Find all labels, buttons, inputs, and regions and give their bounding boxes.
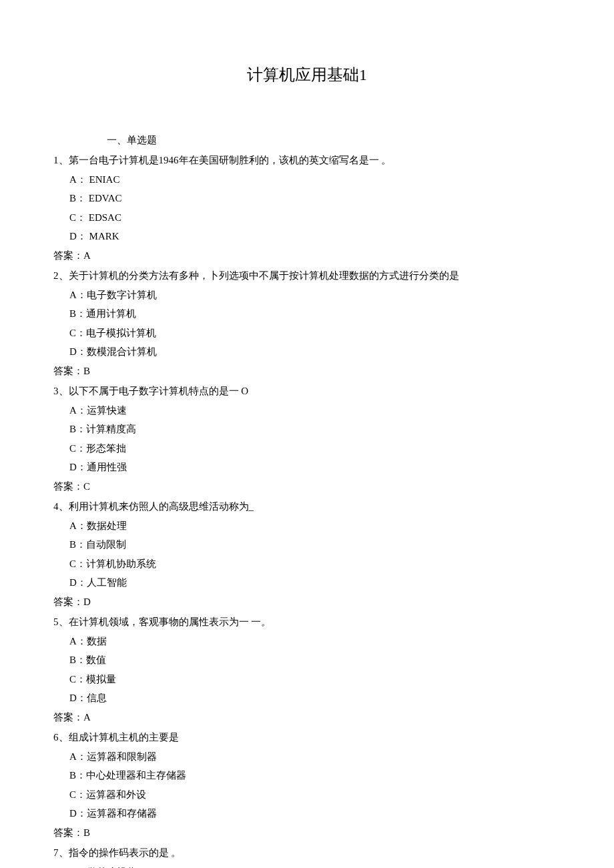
question-option: D： MARK [53, 227, 561, 246]
question-option: A：电子数字计算机 [53, 286, 561, 305]
question-text: 4、利用计算机来仿照人的高级思维活动称为_ [53, 497, 561, 516]
question-text: 6、组成计算机主机的主要是 [53, 728, 561, 747]
question-block: 2、关于计算机的分类方法有多种，卜列选项中不属于按计算机处理数据的方式进行分类的… [53, 266, 561, 380]
questions-container: 1、第一台电子计算机是1946年在美国研制胜利的，该机的英文缩写名是一 。A： … [53, 151, 561, 868]
question-text: 7、指令的操作码表示的是 。 [53, 843, 561, 863]
question-option: B：自动限制 [53, 535, 561, 554]
question-answer: 答案：B [53, 823, 561, 843]
question-option: A：运算快速 [53, 401, 561, 420]
question-option: B：中心处理器和主存储器 [53, 766, 561, 785]
question-option: C： EDSAC [53, 208, 561, 228]
question-option: C：形态笨拙 [53, 439, 561, 458]
question-text: 1、第一台电子计算机是1946年在美国研制胜利的，该机的英文缩写名是一 。 [53, 151, 561, 170]
question-answer: 答案：D [53, 592, 561, 612]
question-answer: 答案：A [53, 708, 561, 727]
question-text: 5、在计算机领域，客观事物的属性表示为一 一。 [53, 612, 561, 632]
question-block: 7、指令的操作码表示的是 。A：做什么操作 [53, 843, 561, 868]
question-option: A：数据 [53, 632, 561, 651]
question-option: A： ENIAC [53, 170, 561, 189]
question-option: D：运算器和存储器 [53, 804, 561, 823]
question-answer: 答案：A [53, 246, 561, 266]
question-option: A：做什么操作 [53, 863, 561, 868]
question-block: 3、以下不属于电子数字计算机特点的是一 OA：运算快速B：计算精度高C：形态笨拙… [53, 382, 561, 496]
question-option: B：计算精度高 [53, 420, 561, 439]
question-option: C：计算机协助系统 [53, 554, 561, 574]
document-title: 计算机应用基础1 [53, 60, 561, 91]
question-option: A：数据处理 [53, 516, 561, 536]
question-option: D：人工智能 [53, 573, 561, 592]
question-text: 3、以下不属于电子数字计算机特点的是一 O [53, 382, 561, 401]
question-option: B：通用计算机 [53, 304, 561, 324]
question-option: C：模拟量 [53, 670, 561, 689]
question-block: 1、第一台电子计算机是1946年在美国研制胜利的，该机的英文缩写名是一 。A： … [53, 151, 561, 265]
question-option: B： EDVAC [53, 189, 561, 208]
question-option: B：数值 [53, 650, 561, 670]
section-header: 一、单选题 [53, 131, 561, 150]
question-text: 2、关于计算机的分类方法有多种，卜列选项中不属于按计算机处理数据的方式进行分类的… [53, 266, 561, 286]
question-answer: 答案：B [53, 362, 561, 381]
question-block: 4、利用计算机来仿照人的高级思维活动称为_A：数据处理B：自动限制C：计算机协助… [53, 497, 561, 611]
question-option: C：电子模拟计算机 [53, 324, 561, 343]
question-block: 5、在计算机领域，客观事物的属性表示为一 一。A：数据B：数值C：模拟量D：信息… [53, 612, 561, 727]
question-option: D：通用性强 [53, 458, 561, 477]
question-block: 6、组成计算机主机的主要是A：运算器和限制器B：中心处理器和主存储器C：运算器和… [53, 728, 561, 842]
question-option: C：运算器和外设 [53, 785, 561, 805]
question-option: D：数模混合计算机 [53, 342, 561, 362]
question-option: D：信息 [53, 689, 561, 708]
question-option: A：运算器和限制器 [53, 747, 561, 767]
question-answer: 答案：C [53, 477, 561, 496]
